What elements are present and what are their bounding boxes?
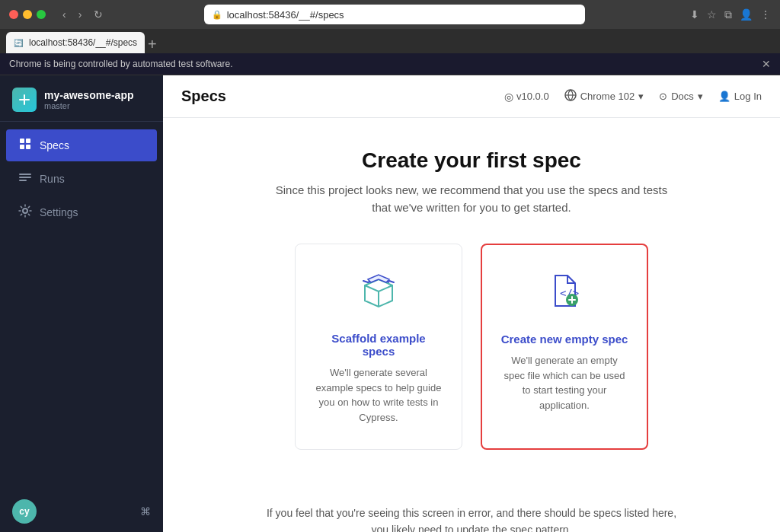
runs-icon (18, 170, 32, 187)
settings-icon (18, 204, 32, 221)
tab-bar: 🔄 localhost:58436/__#/specs + (0, 29, 780, 53)
browser-tab[interactable]: 🔄 localhost:58436/__#/specs (6, 32, 145, 53)
app-branch: master (44, 101, 133, 110)
sidebar-header: my-awesome-app master (0, 75, 163, 122)
svg-rect-3 (20, 145, 24, 149)
main-header: Specs ◎ v10.0.0 Chrome 102 (163, 75, 780, 118)
lock-icon: 🔒 (212, 10, 222, 20)
error-note: If you feel that you're seeing this scre… (258, 505, 685, 532)
download-icon[interactable]: ⬇ (690, 8, 699, 21)
sidebar-item-settings[interactable]: Settings (6, 196, 157, 228)
svg-point-8 (23, 209, 27, 213)
hero-title: Create your first spec (362, 148, 581, 173)
new-spec-card-desc: We'll generate an empty spec file which … (500, 353, 628, 413)
settings-nav-label: Settings (40, 206, 78, 218)
close-window-button[interactable] (9, 10, 18, 19)
hero-subtitle: Since this project looks new, we recomme… (273, 182, 670, 216)
docs-chevron-icon: ▾ (698, 91, 703, 102)
scaffold-card-title: Scaffold example specs (314, 332, 443, 358)
new-tab-button[interactable]: + (148, 36, 157, 53)
create-empty-spec-card[interactable]: </> Create new empty spec We'll generate… (481, 244, 648, 450)
new-spec-icon: </> (543, 269, 586, 320)
minimize-window-button[interactable] (23, 10, 32, 19)
runs-nav-label: Runs (40, 173, 65, 185)
page-title: Specs (181, 88, 226, 105)
browser-actions: ⬇ ☆ ⧉ 👤 ⋮ (690, 8, 771, 21)
keyboard-shortcut: ⌘ (140, 505, 151, 518)
scaffold-card-desc: We'll generate several example specs to … (314, 365, 443, 425)
browser-chrome: ‹ › ↻ 🔒 localhost:58436/__#/specs ⬇ ☆ ⧉ … (0, 0, 780, 53)
extensions-icon[interactable]: ⧉ (724, 8, 732, 21)
login-icon: 👤 (718, 91, 730, 102)
browser-name: Chrome 102 (580, 91, 635, 102)
profile-icon[interactable]: 👤 (740, 8, 753, 21)
browser-titlebar: ‹ › ↻ 🔒 localhost:58436/__#/specs ⬇ ☆ ⧉ … (0, 0, 780, 29)
close-banner-button[interactable]: ✕ (762, 58, 771, 70)
maximize-window-button[interactable] (37, 10, 46, 19)
docs-label: Docs (671, 91, 694, 102)
back-button[interactable]: ‹ (59, 7, 69, 22)
address-bar[interactable]: 🔒 localhost:58436/__#/specs (204, 5, 585, 24)
specs-nav-label: Specs (40, 139, 69, 151)
address-text: localhost:58436/__#/specs (227, 9, 344, 21)
browser-chevron-icon: ▾ (638, 91, 644, 102)
svg-rect-2 (26, 139, 30, 143)
tab-title: localhost:58436/__#/specs (29, 37, 137, 48)
main-body: Create your first spec Since this projec… (163, 118, 780, 532)
cy-logo-text: cy (19, 506, 29, 517)
svg-rect-1 (20, 139, 24, 143)
sidebar-nav: Specs Runs (0, 122, 163, 490)
login-button[interactable]: 👤 Log In (718, 91, 762, 102)
star-icon[interactable]: ☆ (707, 8, 717, 21)
version-icon: ◎ (504, 91, 513, 103)
app-name: my-awesome-app (44, 89, 133, 101)
sidebar-footer: cy ⌘ (0, 490, 163, 532)
automation-banner-text: Chrome is being controlled by automated … (9, 59, 232, 69)
header-actions: ◎ v10.0.0 Chrome 102 ▾ (504, 89, 762, 104)
docs-icon: ⊙ (659, 91, 667, 102)
app-layout: my-awesome-app master Specs (0, 75, 780, 532)
scaffold-icon (357, 269, 400, 320)
menu-icon[interactable]: ⋮ (760, 8, 771, 21)
app-icon (12, 88, 37, 112)
tab-favicon: 🔄 (14, 39, 23, 47)
browser-selector[interactable]: Chrome 102 ▾ (564, 89, 644, 104)
cy-logo: cy (12, 499, 37, 524)
main-content: Specs ◎ v10.0.0 Chrome 102 (163, 75, 780, 532)
version-badge: ◎ v10.0.0 (504, 91, 549, 103)
browser-nav: ‹ › ↻ (59, 7, 106, 22)
scaffold-specs-card[interactable]: Scaffold example specs We'll generate se… (295, 244, 462, 450)
docs-button[interactable]: ⊙ Docs ▾ (659, 91, 703, 102)
version-text: v10.0.0 (516, 91, 549, 102)
specs-icon (18, 137, 32, 154)
login-label: Log In (734, 91, 762, 102)
sidebar-item-runs[interactable]: Runs (6, 163, 157, 195)
app-info: my-awesome-app master (44, 89, 133, 110)
automation-banner: Chrome is being controlled by automated … (0, 53, 780, 75)
new-spec-card-title: Create new empty spec (501, 333, 628, 346)
sidebar-item-specs[interactable]: Specs (6, 129, 157, 161)
reload-button[interactable]: ↻ (91, 7, 106, 22)
browser-icon (564, 89, 577, 104)
traffic-lights (9, 10, 46, 19)
sidebar: my-awesome-app master Specs (0, 75, 163, 532)
svg-rect-4 (26, 145, 30, 149)
cards-row: Scaffold example specs We'll generate se… (295, 244, 648, 450)
forward-button[interactable]: › (75, 7, 85, 22)
